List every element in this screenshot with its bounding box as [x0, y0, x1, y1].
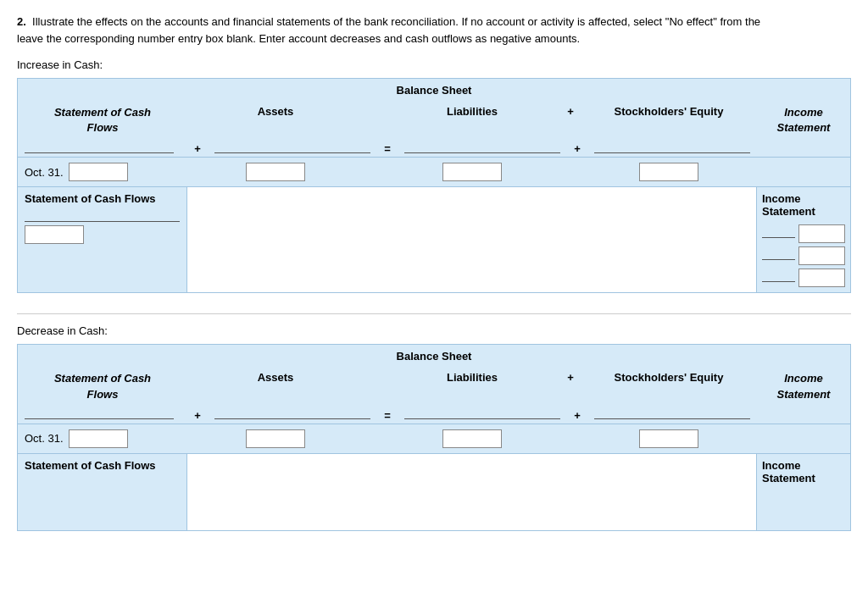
underline-plus-1: +	[187, 142, 208, 155]
col-header-scf-1: Statement of CashFlows	[18, 103, 187, 137]
oct31-income-cell-1	[757, 170, 850, 174]
oct31-assets-cell-1	[187, 161, 364, 183]
underline-asset-2	[208, 411, 377, 419]
lower-income-line-1b	[762, 252, 795, 260]
oct31-equity-input-2[interactable]	[639, 429, 698, 448]
underline-plusb-2: +	[567, 409, 587, 422]
column-headers-row-2: Statement of CashFlows Assets Liabilitie…	[18, 366, 850, 407]
lower-section-1: Statement of Cash Flows Income Statement	[18, 186, 850, 292]
underline-row-1: + = +	[18, 141, 850, 157]
balance-sheet-header-1: Balance Sheet	[18, 79, 850, 100]
col-header-income-2: IncomeStatement	[757, 369, 850, 403]
col-eq-1	[364, 103, 384, 105]
oct31-label-2: Oct. 31.	[25, 432, 64, 445]
underline-scf-1	[18, 145, 187, 153]
increase-in-cash-section: 2. Illustrate the effects on the account…	[17, 14, 851, 293]
lower-income-input-1b[interactable]	[798, 246, 845, 265]
lower-income-line-1c	[762, 274, 795, 282]
lower-income-label-1: Income Statement	[762, 192, 845, 218]
instruction-number: 2.	[17, 15, 26, 28]
oct31-assets-input-2[interactable]	[246, 429, 305, 448]
col-eq-2	[364, 369, 384, 371]
decrease-in-cash-label: Decrease in Cash:	[17, 324, 851, 337]
lower-section-2: Statement of Cash Flows Income Statement	[18, 453, 850, 530]
underline-plus-2: +	[187, 409, 208, 422]
oct31-liab-cell-1	[384, 161, 560, 183]
col-header-liabilities-2: Liabilities	[384, 369, 560, 385]
lower-income-row-1a	[762, 224, 845, 243]
column-headers-row-1: Statement of CashFlows Assets Liabilitie…	[18, 100, 850, 141]
lower-scf-col-2: Statement of Cash Flows	[18, 454, 187, 530]
lower-income-input-1c[interactable]	[798, 269, 845, 287]
lower-income-col-2: Income Statement	[757, 454, 850, 530]
oct31-assets-input-1[interactable]	[246, 163, 305, 181]
lower-scf-input-1[interactable]	[25, 225, 84, 244]
instructions-line1: 2. Illustrate the effects on the account…	[17, 14, 851, 47]
col-header-scf-2: Statement of CashFlows	[18, 369, 187, 403]
lower-income-label-2: Income Statement	[762, 459, 845, 484]
lower-income-row-1b	[762, 246, 845, 265]
lower-scf-input-wrapper-1	[25, 225, 180, 244]
lower-scf-line-1	[25, 213, 180, 222]
underline-eq-2: =	[377, 409, 398, 422]
col-header-equity-2: Stockholders' Equity	[581, 369, 757, 385]
lower-middle-col-2	[187, 454, 757, 530]
col-header-liabilities-1: Liabilities	[384, 103, 560, 119]
lower-income-row-1c	[762, 269, 845, 287]
oct31-equity-input-1[interactable]	[639, 163, 698, 181]
decrease-table: Balance Sheet Statement of CashFlows Ass…	[17, 344, 851, 530]
lower-income-input-1a[interactable]	[798, 224, 845, 243]
scf-label-1: Statement of CashFlows	[54, 106, 151, 134]
oct31-liab-cell-2	[384, 428, 560, 450]
underline-equity-1	[587, 145, 757, 153]
lower-income-line-1a	[762, 230, 795, 238]
decrease-in-cash-section: Decrease in Cash: Balance Sheet Statemen…	[17, 324, 851, 530]
oct31-assets-cell-2	[187, 428, 364, 450]
oct31-liab-input-2[interactable]	[442, 429, 502, 448]
oct31-row-1: Oct. 31.	[18, 157, 850, 186]
oct31-equity-cell-2	[581, 428, 757, 450]
oct31-scf-cell-1: Oct. 31.	[18, 161, 187, 183]
income-stmt-label-1: IncomeStatement	[777, 106, 831, 134]
underline-asset-1	[208, 145, 377, 153]
oct31-scf-input-2[interactable]	[69, 429, 128, 448]
oct31-liab-input-1[interactable]	[442, 163, 502, 181]
section-divider	[17, 313, 851, 314]
col-header-assets-1: Assets	[187, 103, 364, 119]
underline-eq-1: =	[377, 142, 398, 155]
oct31-scf-cell-2: Oct. 31.	[18, 428, 187, 450]
underline-equity-2	[587, 411, 757, 419]
underline-liab-2	[398, 411, 567, 419]
underline-row-2: + = +	[18, 407, 850, 424]
lower-scf-col-1: Statement of Cash Flows	[18, 187, 187, 292]
oct31-label-1: Oct. 31.	[25, 166, 64, 179]
col-header-assets-2: Assets	[187, 369, 364, 385]
oct31-income-cell-2	[757, 437, 850, 440]
increase-in-cash-label: Increase in Cash:	[17, 58, 851, 71]
oct31-scf-input-1[interactable]	[69, 163, 128, 181]
oct31-row-2: Oct. 31.	[18, 424, 850, 453]
lower-scf-label-1: Statement of Cash Flows	[25, 192, 180, 205]
underline-scf-2	[18, 411, 187, 419]
income-stmt-label-2: IncomeStatement	[777, 372, 831, 400]
oct31-equity-cell-1	[581, 161, 757, 183]
lower-middle-col-1	[187, 187, 757, 292]
col-plus-2: +	[560, 369, 581, 384]
increase-table: Balance Sheet Statement of CashFlows Ass…	[17, 78, 851, 293]
col-plus-1: +	[560, 103, 581, 118]
col-header-equity-1: Stockholders' Equity	[581, 103, 757, 119]
scf-label-2: Statement of CashFlows	[54, 372, 151, 400]
underline-liab-1	[398, 145, 567, 153]
balance-sheet-header-2: Balance Sheet	[18, 345, 850, 366]
underline-plusb-1: +	[567, 142, 587, 155]
lower-scf-label-2: Statement of Cash Flows	[25, 459, 180, 472]
lower-income-col-1: Income Statement	[757, 187, 850, 292]
col-header-income-1: IncomeStatement	[757, 103, 850, 137]
